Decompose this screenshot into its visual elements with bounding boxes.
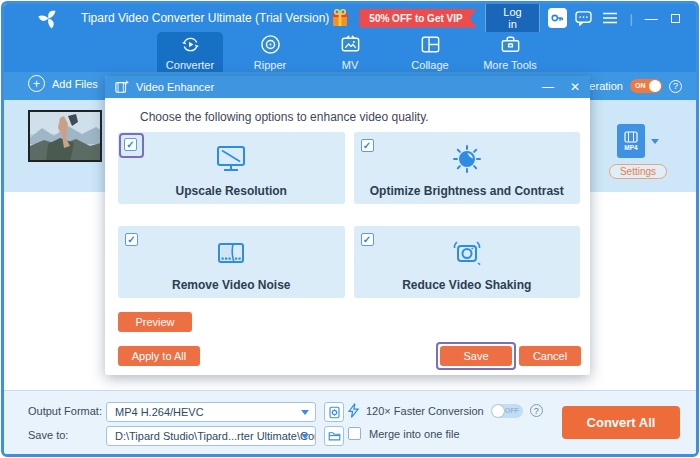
format-badge-label: MP4 — [624, 144, 637, 151]
option-remove-noise[interactable]: ✓ Remove Video Noise — [118, 226, 345, 298]
titlebar-separator: | — [629, 11, 632, 26]
settings-button[interactable]: Settings — [609, 164, 667, 179]
option-label: Optimize Brightness and Contrast — [354, 184, 581, 198]
feature-tab-bar: Converter Ripper MV Collage More Tools — [4, 32, 696, 72]
faster-conversion-control: 120× Faster Conversion OFF ? — [348, 403, 543, 418]
camera-shake-icon — [447, 233, 487, 277]
dialog-minimize-icon[interactable]: — — [542, 81, 554, 93]
option-reduce-shaking[interactable]: ✓ Reduce Video Shaking — [354, 226, 581, 298]
dialog-title: Video Enhancer — [136, 81, 214, 93]
tab-label: MV — [342, 59, 359, 71]
minimize-button[interactable]: — — [643, 11, 660, 26]
gift-icon[interactable] — [329, 7, 351, 29]
add-files-label: Add Files — [52, 78, 98, 90]
promo-ribbon[interactable]: 50% OFF to Get VIP — [359, 9, 476, 28]
tab-collage[interactable]: Collage — [397, 32, 463, 72]
register-key-icon[interactable] — [548, 8, 566, 28]
enhance-options-grid: ✓ Upscale Resolution ✓ Optimize Brightne… — [118, 132, 580, 298]
dialog-header: Video Enhancer — ✕ — [105, 76, 590, 98]
save-button[interactable]: Save — [440, 346, 512, 366]
format-settings-button[interactable] — [324, 402, 344, 422]
tab-converter[interactable]: Converter — [157, 32, 223, 72]
option-label: Upscale Resolution — [118, 184, 345, 198]
remove-noise-checkbox[interactable]: ✓ — [125, 233, 138, 246]
cancel-button[interactable]: Cancel — [519, 346, 581, 366]
output-format-value: MP4 H.264/HEVC — [115, 406, 204, 418]
merge-control: Merge into one file — [348, 427, 460, 440]
tab-ripper[interactable]: Ripper — [237, 32, 303, 72]
tab-more-tools[interactable]: More Tools — [477, 32, 543, 72]
sun-brightness-icon — [447, 139, 487, 183]
tipard-logo-icon — [38, 7, 59, 29]
login-button[interactable]: Log in — [485, 2, 541, 34]
format-caret-icon[interactable] — [651, 139, 659, 144]
monitor-upscale-icon — [211, 139, 251, 183]
app-window: Tipard Video Converter Ultimate (Trial V… — [1, 1, 699, 457]
faster-conversion-toggle[interactable]: OFF — [491, 404, 523, 418]
optimize-brightness-checkbox[interactable]: ✓ — [361, 139, 374, 152]
help-icon[interactable]: ? — [669, 80, 682, 93]
tab-label: Converter — [166, 59, 214, 71]
merge-checkbox[interactable] — [348, 427, 361, 440]
app-title: Tipard Video Converter Ultimate (Trial V… — [81, 11, 329, 25]
hardware-acceleration-control: celeration ON ? — [575, 72, 682, 100]
option-optimize-brightness[interactable]: ✓ Optimize Brightness and Contrast — [354, 132, 581, 204]
plus-icon: + — [28, 75, 45, 92]
output-format-label: Output Format: — [28, 405, 102, 417]
dialog-instruction: Choose the following options to enhance … — [140, 110, 429, 124]
output-format-cluster: MP4 Settings — [606, 124, 670, 179]
convert-all-button[interactable]: Convert All — [562, 406, 680, 439]
film-noise-icon — [211, 233, 251, 277]
save-to-dropdown[interactable]: D:\Tipard Studio\Tipard...rter Ultimate\… — [106, 426, 316, 446]
faster-conversion-label: 120× Faster Conversion — [366, 405, 484, 417]
apply-to-all-button[interactable]: Apply to All — [118, 346, 200, 366]
tab-label: More Tools — [483, 59, 537, 71]
option-label: Remove Video Noise — [118, 278, 345, 292]
help-icon[interactable]: ? — [530, 404, 543, 417]
feedback-icon[interactable] — [575, 8, 593, 28]
annotation-highlight-box: ✓ — [119, 133, 144, 158]
toggle-knob — [649, 80, 661, 92]
close-button[interactable]: ✕ — [692, 11, 699, 26]
reduce-shaking-checkbox[interactable]: ✓ — [361, 233, 374, 246]
menu-icon[interactable] — [601, 8, 619, 28]
lightning-icon — [348, 403, 359, 418]
dialog-close-icon[interactable]: ✕ — [570, 81, 580, 93]
toggle-knob — [492, 405, 504, 417]
add-files-button[interactable]: + Add Files — [28, 75, 113, 92]
tab-label: Collage — [411, 59, 448, 71]
merge-label: Merge into one file — [369, 428, 460, 440]
preview-button[interactable]: Preview — [118, 312, 192, 332]
video-enhancer-icon — [115, 80, 129, 94]
tab-mv[interactable]: MV — [317, 32, 383, 72]
option-upscale-resolution[interactable]: ✓ Upscale Resolution — [118, 132, 345, 204]
format-badge-button[interactable]: MP4 — [617, 124, 645, 158]
option-label: Reduce Video Shaking — [354, 278, 581, 292]
open-folder-button[interactable] — [324, 426, 344, 446]
video-enhancer-dialog: Video Enhancer — ✕ Choose the following … — [105, 76, 590, 375]
save-to-value: D:\Tipard Studio\Tipard...rter Ultimate\… — [115, 430, 316, 442]
upscale-resolution-checkbox[interactable]: ✓ — [124, 138, 137, 151]
output-panel: Output Format: MP4 H.264/HEVC Save to: D… — [4, 390, 696, 454]
video-thumbnail[interactable] — [28, 110, 102, 162]
maximize-button[interactable] — [667, 11, 684, 26]
acceleration-toggle[interactable]: ON — [630, 79, 662, 93]
tab-label: Ripper — [254, 59, 286, 71]
save-to-label: Save to: — [28, 429, 68, 441]
dialog-body: Choose the following options to enhance … — [105, 98, 590, 375]
chevron-down-icon — [301, 410, 309, 415]
chevron-down-icon — [301, 434, 309, 439]
output-format-dropdown[interactable]: MP4 H.264/HEVC — [106, 402, 316, 422]
title-bar: Tipard Video Converter Ultimate (Trial V… — [4, 4, 696, 32]
